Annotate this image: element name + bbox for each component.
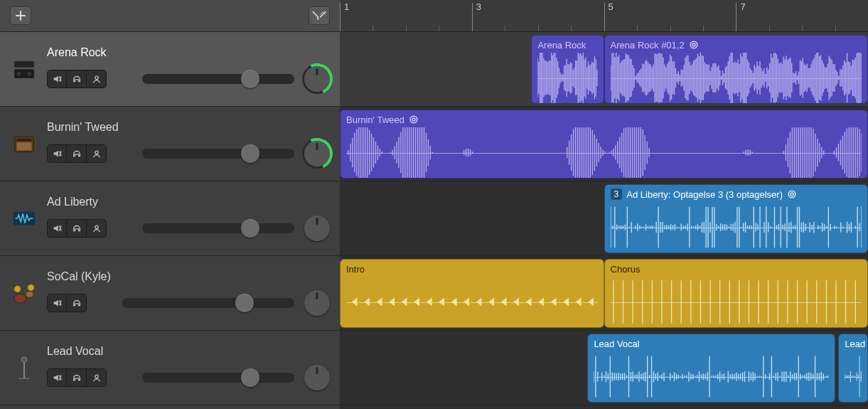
volume-thumb[interactable] xyxy=(241,219,259,238)
input-monitor-button[interactable] xyxy=(67,294,87,312)
svg-point-11 xyxy=(14,294,26,303)
volume-thumb[interactable] xyxy=(241,144,259,163)
region-label: Lead Vocal xyxy=(594,339,639,349)
svg-point-17 xyxy=(95,375,97,378)
input-monitor-button[interactable] xyxy=(67,219,87,238)
amp-head-icon xyxy=(10,55,38,83)
track-header[interactable]: Arena Rock xyxy=(0,32,340,107)
svg-point-14 xyxy=(28,285,35,292)
mute-button[interactable] xyxy=(47,219,67,238)
volume-thumb[interactable] xyxy=(241,70,259,88)
timeline-ruler[interactable]: 1357 xyxy=(340,0,868,32)
mic-icon xyxy=(10,354,38,382)
svg-rect-6 xyxy=(17,142,32,150)
svg-point-16 xyxy=(21,357,27,363)
input-monitor-button[interactable] xyxy=(67,368,87,387)
ruler-bar-number: 3 xyxy=(476,1,481,12)
loop-icon xyxy=(409,115,419,124)
waveform xyxy=(845,351,862,402)
volume-thumb[interactable] xyxy=(241,368,259,387)
region[interactable]: Lead Vocal xyxy=(587,334,835,403)
track-header[interactable]: Ad Liberty xyxy=(0,181,340,256)
svg-point-2 xyxy=(17,72,21,76)
take-badge: 3 xyxy=(611,188,623,200)
svg-point-21 xyxy=(412,118,415,121)
record-enable-button[interactable] xyxy=(87,70,107,88)
ruler-bar-marker: 3 xyxy=(472,3,473,31)
pan-knob[interactable] xyxy=(304,290,330,316)
region-label: Arena Rock xyxy=(537,40,586,51)
track-name[interactable]: Burnin' Tweed xyxy=(47,121,330,134)
track-name[interactable]: Arena Rock xyxy=(47,46,330,59)
track-list: Arena RockBurnin' TweedAd LibertySoCal (… xyxy=(0,32,340,409)
volume-slider[interactable] xyxy=(142,74,294,84)
track-header[interactable]: Lead Vocal xyxy=(0,331,340,405)
svg-point-18 xyxy=(690,41,697,48)
track-header[interactable]: SoCal (Kyle) xyxy=(0,256,340,331)
loop-icon xyxy=(787,189,797,199)
track-name[interactable]: SoCal (Kyle) xyxy=(47,270,330,283)
record-enable-button[interactable] xyxy=(87,219,107,238)
input-monitor-button[interactable] xyxy=(67,70,87,88)
region-label: Ad Liberty: Optagelse 3 (3 optagelser) xyxy=(626,189,783,200)
region-label: Chorus xyxy=(611,264,641,275)
waveform xyxy=(611,277,862,327)
ruler-bar-number: 1 xyxy=(344,1,349,12)
waveform-icon xyxy=(10,204,38,233)
region[interactable]: 3Ad Liberty: Optagelse 3 (3 optagelser) xyxy=(604,184,868,253)
volume-slider[interactable] xyxy=(122,298,294,308)
region[interactable]: Intro xyxy=(340,259,604,328)
svg-point-20 xyxy=(410,116,417,123)
ruler-bar-number: 5 xyxy=(609,1,614,12)
region[interactable]: Lead xyxy=(838,334,868,403)
record-enable-button[interactable] xyxy=(87,144,107,163)
region[interactable]: Chorus xyxy=(604,259,868,328)
region-label: Burnin' Tweed xyxy=(346,115,404,125)
track-name[interactable]: Ad Liberty xyxy=(47,196,330,208)
filter-button[interactable] xyxy=(309,6,330,25)
svg-point-23 xyxy=(791,193,793,196)
waveform xyxy=(346,127,862,178)
svg-point-22 xyxy=(788,191,795,198)
svg-point-13 xyxy=(14,286,21,293)
region[interactable]: Arena Rock xyxy=(531,35,604,104)
add-track-button[interactable] xyxy=(10,6,31,25)
svg-point-3 xyxy=(28,72,32,76)
region-label: Arena Rock #01,2 xyxy=(611,40,685,51)
waveform xyxy=(594,351,828,402)
drums-icon xyxy=(10,279,38,307)
mute-button[interactable] xyxy=(47,144,67,163)
mute-button[interactable] xyxy=(47,294,67,312)
input-monitor-button[interactable] xyxy=(67,144,87,163)
pan-knob[interactable] xyxy=(304,216,330,241)
track-name[interactable]: Lead Vocal xyxy=(47,345,330,358)
waveform xyxy=(537,53,597,103)
region[interactable]: Burnin' Tweed xyxy=(340,110,868,179)
mute-button[interactable] xyxy=(47,70,67,88)
loop-icon xyxy=(689,40,699,50)
mute-button[interactable] xyxy=(47,368,67,387)
pan-knob[interactable] xyxy=(304,141,330,166)
svg-rect-0 xyxy=(14,61,35,68)
arrange-area[interactable]: Arena RockArena Rock #01,2Burnin' Tweed3… xyxy=(340,32,868,409)
region-label: Lead xyxy=(845,339,865,349)
waveform xyxy=(611,53,862,103)
pan-knob[interactable] xyxy=(304,365,330,391)
svg-rect-7 xyxy=(17,139,32,141)
svg-point-10 xyxy=(95,225,97,228)
track-header[interactable]: Burnin' Tweed xyxy=(0,107,340,181)
waveform xyxy=(611,202,862,253)
volume-slider[interactable] xyxy=(142,149,294,159)
volume-slider[interactable] xyxy=(142,223,294,233)
svg-point-19 xyxy=(692,43,695,46)
region[interactable]: Arena Rock #01,2 xyxy=(604,35,868,104)
svg-point-8 xyxy=(95,151,97,154)
volume-slider[interactable] xyxy=(142,373,294,383)
amp-combo-icon xyxy=(10,129,38,158)
volume-thumb[interactable] xyxy=(235,294,254,312)
track-toolbar xyxy=(0,0,340,32)
svg-point-4 xyxy=(95,76,97,79)
record-enable-button[interactable] xyxy=(87,368,107,387)
pan-knob[interactable] xyxy=(304,66,330,92)
ruler-bar-marker: 7 xyxy=(736,3,736,31)
